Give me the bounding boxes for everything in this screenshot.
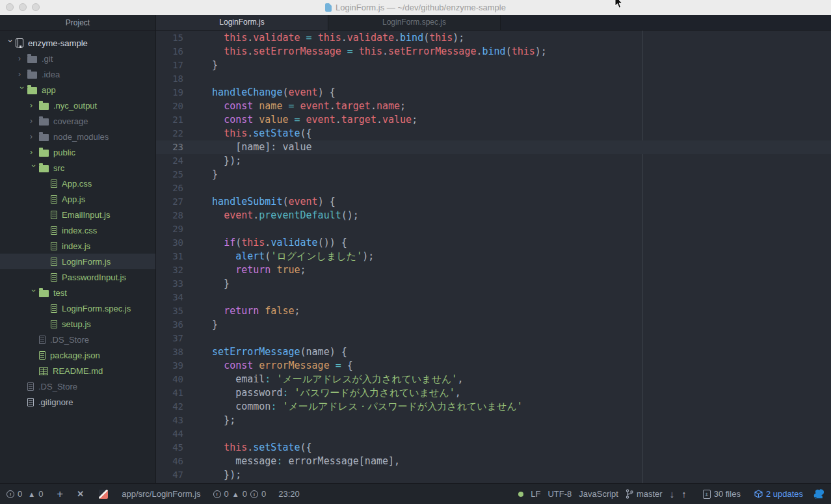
package-updates[interactable]: 2 updates <box>754 489 803 499</box>
tree-item-loginform-spec-js[interactable]: LoginForm.spec.js <box>0 300 155 316</box>
tree-item-coverage[interactable]: ›coverage <box>0 113 155 129</box>
code-line-41[interactable]: 41 password: 'パスワードが入力されていません', <box>156 386 831 400</box>
git-push-icon[interactable]: ↑ <box>681 488 687 499</box>
code-line-24[interactable]: 24 }); <box>156 154 831 168</box>
code-line-43[interactable]: 43 }; <box>156 414 831 427</box>
chevron-closed-icon[interactable]: › <box>30 148 39 157</box>
tree-item-package-json[interactable]: package.json <box>0 347 155 363</box>
code-line-23[interactable]: 23 [name]: value <box>156 140 831 154</box>
tree-item-label: app <box>42 85 56 95</box>
linter-summary[interactable]: ! 0 ▲ 0 i 0 <box>213 489 267 499</box>
chevron-closed-icon[interactable]: › <box>18 70 27 79</box>
code-line-26[interactable]: 26 <box>156 181 831 195</box>
squirrel-icon[interactable] <box>813 488 824 499</box>
code-line-28[interactable]: 28 event.preventDefault(); <box>156 209 831 222</box>
code-line-35[interactable]: 35 return false; <box>156 304 831 318</box>
git-changed-files[interactable]: ± 30 files <box>703 489 741 499</box>
tree-item-index-js[interactable]: index.js <box>0 238 155 254</box>
code-line-39[interactable]: 39 const errorMessage = { <box>156 359 831 373</box>
code-line-44[interactable]: 44 <box>156 427 831 441</box>
tree-item--idea[interactable]: ›.idea <box>0 66 155 82</box>
code-line-18[interactable]: 18 <box>156 72 831 86</box>
chevron-open-icon[interactable]: › <box>18 86 27 96</box>
tree-item-label: coverage <box>53 116 88 126</box>
plus-icon[interactable]: + <box>57 488 63 501</box>
line-text: } <box>183 168 218 181</box>
tree-item-label: EmailInput.js <box>62 210 110 220</box>
code-line-25[interactable]: 25 } <box>156 168 831 181</box>
code-line-37[interactable]: 37 <box>156 332 831 345</box>
cursor-position[interactable]: 23:20 <box>278 489 300 499</box>
git-branch[interactable]: master <box>626 489 663 499</box>
code-line-33[interactable]: 33 } <box>156 277 831 291</box>
tree-item-app-css[interactable]: App.css <box>0 176 155 191</box>
tree-item--ds-store[interactable]: .DS_Store <box>0 332 155 347</box>
deprecation-error-count[interactable]: 0 <box>18 489 22 499</box>
code-line-34[interactable]: 34 <box>156 291 831 304</box>
chevron-open-icon[interactable]: › <box>29 165 38 174</box>
line-number: 30 <box>156 236 183 250</box>
tree-item--ds-store[interactable]: .DS_Store <box>0 378 155 394</box>
code-line-17[interactable]: 17 } <box>156 59 831 72</box>
chevron-closed-icon[interactable]: › <box>18 54 27 63</box>
tab-loginform-js[interactable]: LoginForm.js <box>156 15 328 30</box>
code-line-20[interactable]: 20 const name = event.target.name; <box>156 99 831 113</box>
code-line-31[interactable]: 31 alert('ログインしました'); <box>156 250 831 263</box>
tree-item--nyc-output[interactable]: ›.nyc_output <box>0 98 155 113</box>
code-line-16[interactable]: 16 this.setErrorMessage = this.setErrorM… <box>156 45 831 59</box>
encoding-selector[interactable]: UTF-8 <box>547 489 572 499</box>
code-line-21[interactable]: 21 const value = event.target.value; <box>156 113 831 127</box>
tree-item-emailinput-js[interactable]: EmailInput.js <box>0 207 155 222</box>
file-path[interactable]: app/src/LoginForm.js <box>122 489 200 499</box>
code-line-46[interactable]: 46 message: errorMessage[name], <box>156 455 831 468</box>
minimize-window-button[interactable] <box>19 3 27 11</box>
tree-item-readme-md[interactable]: README.md <box>0 363 155 378</box>
code-line-42[interactable]: 42 common: 'メールアドレス・パスワードが入力されていません' <box>156 400 831 414</box>
code-line-45[interactable]: 45 this.setState({ <box>156 441 831 455</box>
mouse-cursor-icon <box>614 0 624 9</box>
deprecation-error-icon[interactable]: ! <box>7 490 14 498</box>
tree-item--git[interactable]: ›.git <box>0 51 155 66</box>
tree-item-public[interactable]: ›public <box>0 144 155 160</box>
linter-flag-icon[interactable] <box>99 490 108 499</box>
chevron-open-icon[interactable]: › <box>6 40 15 49</box>
deprecation-warning-icon[interactable]: ▲ <box>28 490 35 498</box>
tree-item-src[interactable]: ›src <box>0 160 155 176</box>
code-line-22[interactable]: 22 this.setState({ <box>156 127 831 140</box>
tree-item--gitignore[interactable]: .gitignore <box>0 394 155 410</box>
tree-item-loginform-js[interactable]: LoginForm.js <box>0 254 155 269</box>
chevron-closed-icon[interactable]: › <box>30 101 39 110</box>
tree-item-setup-js[interactable]: setup.js <box>0 316 155 332</box>
code-line-15[interactable]: 15 this.validate = this.validate.bind(th… <box>156 31 831 45</box>
code-line-19[interactable]: 19 handleChange(event) { <box>156 86 831 99</box>
code-line-29[interactable]: 29 <box>156 222 831 236</box>
code-line-30[interactable]: 30 if(this.validate()) { <box>156 236 831 250</box>
tree-item-node-modules[interactable]: ›node_modules <box>0 129 155 144</box>
code-editor[interactable]: 15 this.validate = this.validate.bind(th… <box>156 31 831 483</box>
close-window-button[interactable] <box>6 3 14 11</box>
package-icon <box>754 490 763 498</box>
tree-item-index-css[interactable]: index.css <box>0 222 155 238</box>
code-line-27[interactable]: 27 handleSubmit(event) { <box>156 195 831 209</box>
tree-item-app[interactable]: ›app <box>0 82 155 98</box>
zoom-window-button[interactable] <box>32 3 40 11</box>
tree-item-app-js[interactable]: App.js <box>0 191 155 207</box>
tab-loginform-spec-js[interactable]: LoginForm.spec.js <box>328 15 501 30</box>
deprecation-warning-count[interactable]: 0 <box>38 489 43 499</box>
chevron-open-icon[interactable]: › <box>29 289 38 298</box>
tree-item-passwordinput-js[interactable]: PasswordInput.js <box>0 269 155 285</box>
tab-project[interactable]: Project <box>0 15 155 31</box>
code-line-32[interactable]: 32 return true; <box>156 263 831 277</box>
code-line-38[interactable]: 38 setErrorMessage(name) { <box>156 345 831 359</box>
grammar-selector[interactable]: JavaScript <box>579 489 618 499</box>
code-line-36[interactable]: 36 } <box>156 318 831 332</box>
close-icon[interactable]: ✕ <box>77 489 84 499</box>
code-line-47[interactable]: 47 }); <box>156 468 831 482</box>
tree-item-test[interactable]: ›test <box>0 285 155 300</box>
chevron-closed-icon[interactable]: › <box>30 116 39 126</box>
git-pull-icon[interactable]: ↓ <box>670 488 675 499</box>
tree-item-enzyme-sample[interactable]: ›enzyme-sample <box>0 35 155 51</box>
line-ending-selector[interactable]: LF <box>531 489 540 499</box>
chevron-closed-icon[interactable]: › <box>30 132 39 141</box>
code-line-40[interactable]: 40 email: 'メールアドレスが入力されていません', <box>156 373 831 386</box>
